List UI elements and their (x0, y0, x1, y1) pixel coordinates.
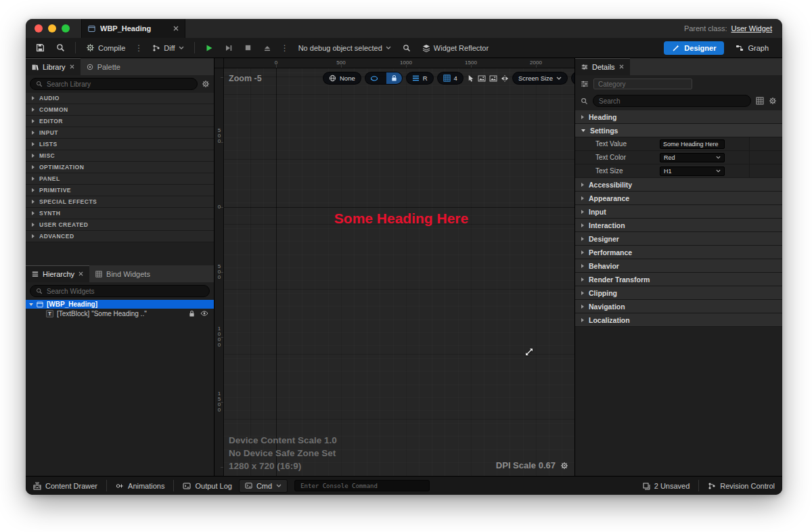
outline-toggle-button[interactable] (365, 72, 383, 84)
settings-gear-icon[interactable] (769, 97, 777, 105)
tab-bind-widgets[interactable]: Bind Widgets (89, 265, 156, 282)
compile-options-icon[interactable]: ⋮ (133, 43, 144, 53)
cmd-dropdown[interactable]: Cmd (239, 479, 288, 493)
debug-object-dropdown[interactable]: No debug object selected (295, 42, 394, 54)
section-settings[interactable]: Settings (575, 124, 782, 137)
library-category-row[interactable]: INPUT (26, 127, 214, 139)
library-category-row[interactable]: ADVANCED (26, 231, 214, 242)
parent-class-link[interactable]: User Widget (731, 24, 772, 32)
details-section-row[interactable]: Accessibility (575, 178, 782, 192)
library-category-row[interactable]: OPTIMIZATION (26, 162, 214, 173)
details-section-row[interactable]: Designer (575, 232, 782, 246)
diff-button[interactable]: Diff (149, 42, 187, 54)
text-value-input[interactable] (660, 139, 725, 149)
ruler-tick-label: 0 (275, 60, 277, 66)
tab-details[interactable]: Details (575, 58, 630, 75)
localization-preview-button[interactable]: R (406, 72, 434, 85)
flip-preview-button[interactable] (501, 74, 509, 83)
library-category-row[interactable]: PANEL (26, 173, 214, 185)
library-category-row[interactable]: SPECIAL EFFECTS (26, 196, 214, 208)
details-section-row[interactable]: Render Transform (575, 273, 782, 286)
maximize-window-button[interactable] (62, 24, 70, 32)
animations-button[interactable]: Animations (116, 482, 164, 490)
grid-snap-value: 4 (454, 74, 457, 82)
play-options-icon[interactable]: ⋮ (279, 43, 290, 53)
details-section-row[interactable]: Appearance (575, 192, 782, 205)
close-icon[interactable] (619, 64, 624, 69)
background-image-button[interactable] (478, 74, 486, 83)
asset-tab[interactable]: WBP_Heading (81, 19, 185, 38)
text-size-select[interactable]: H1 (660, 167, 725, 176)
unsaved-button[interactable]: 2 Unsaved (642, 482, 690, 490)
output-log-button[interactable]: Output Log (183, 482, 231, 490)
tab-palette[interactable]: Palette (81, 58, 127, 75)
details-section-row[interactable]: Clipping (575, 286, 782, 300)
tab-library[interactable]: Library (26, 58, 81, 75)
library-category-row[interactable]: EDITOR (26, 116, 214, 127)
details-section-row[interactable]: Behavior (575, 259, 782, 273)
select-cursor-button[interactable] (467, 74, 474, 82)
library-category-row[interactable]: SYNTH (26, 208, 214, 219)
library-category-row[interactable]: PRIMITIVE (26, 185, 214, 196)
minimize-window-button[interactable] (48, 24, 56, 32)
dpi-settings-gear-icon[interactable] (560, 462, 568, 470)
stop-button[interactable] (241, 42, 255, 53)
text-color-select[interactable]: Red (660, 153, 725, 162)
library-category-row[interactable]: AUDIO (26, 93, 214, 104)
hierarchy-search-box[interactable] (30, 285, 210, 297)
save-button[interactable] (32, 41, 48, 54)
close-window-button[interactable] (35, 24, 43, 32)
revision-control-button[interactable]: Revision Control (708, 482, 775, 490)
browse-asset-button[interactable] (53, 41, 68, 54)
details-section-row[interactable]: Performance (575, 246, 782, 259)
graph-mode-button[interactable]: Graph (730, 41, 774, 55)
background-image-alt-button[interactable] (489, 74, 497, 83)
close-icon[interactable] (70, 64, 74, 69)
library-settings-gear-icon[interactable] (202, 80, 210, 88)
widget-reflector-button[interactable]: Widget Reflector (419, 42, 492, 54)
visibility-eye-icon[interactable] (200, 311, 208, 316)
close-tab-icon[interactable] (173, 26, 179, 31)
play-button[interactable] (202, 42, 217, 54)
browse-debug-button[interactable] (399, 42, 414, 54)
hierarchy-root-item[interactable]: [WBP_Heading] (26, 300, 214, 309)
hierarchy-textblock-item[interactable]: T [TextBlock] "Some Heading .." (26, 309, 214, 318)
screen-size-dropdown[interactable]: Screen Size (512, 72, 568, 85)
tab-hierarchy[interactable]: Hierarchy (26, 265, 89, 282)
close-icon[interactable] (78, 271, 83, 276)
collapse-arrow-icon[interactable] (29, 303, 33, 306)
lock-icon[interactable] (189, 310, 195, 317)
library-category-row[interactable]: COMMON (26, 104, 214, 116)
canvas-heading-widget[interactable]: Some Heading Here (320, 210, 482, 227)
details-search-box[interactable] (593, 95, 751, 107)
library-search-box[interactable] (30, 78, 198, 90)
resize-handle-cursor-icon[interactable] (524, 347, 534, 358)
canvas-viewport[interactable]: Zoom -5 None R (224, 68, 574, 476)
category-input[interactable] (593, 79, 692, 89)
details-section-row[interactable]: Interaction (575, 219, 782, 232)
library-category-row[interactable]: LISTS (26, 139, 214, 150)
details-section-row[interactable]: Input (575, 205, 782, 219)
section-heading[interactable]: Heading (575, 110, 782, 124)
library-search-input[interactable] (47, 81, 191, 88)
eject-button[interactable] (260, 42, 275, 54)
frame-skip-button[interactable] (221, 42, 236, 54)
hierarchy-icon (32, 271, 39, 278)
details-section-row[interactable]: Navigation (575, 300, 782, 313)
library-tab-label: Library (43, 63, 66, 71)
fill-screen-dropdown[interactable]: Fill Screen (571, 72, 574, 85)
hierarchy-search-input[interactable] (47, 288, 204, 295)
library-category-row[interactable]: MISC (26, 150, 214, 162)
lock-toggle-button[interactable] (386, 72, 402, 84)
details-search-input[interactable] (599, 97, 745, 105)
designer-mode-button[interactable]: Designer (664, 41, 724, 55)
content-drawer-button[interactable]: Content Drawer (33, 482, 97, 490)
grid-snap-button[interactable]: 4 (437, 72, 464, 85)
display-options-icon[interactable] (756, 97, 764, 105)
console-command-input[interactable] (294, 480, 430, 491)
preview-none-dropdown[interactable]: None (323, 72, 361, 85)
compile-button[interactable]: Compile (83, 41, 129, 54)
details-section-row[interactable]: Localization (575, 313, 782, 327)
library-category-row[interactable]: USER CREATED (26, 219, 214, 231)
designer-canvas[interactable]: 0500100015002000 500050010001500 Zoom -5… (215, 58, 574, 476)
